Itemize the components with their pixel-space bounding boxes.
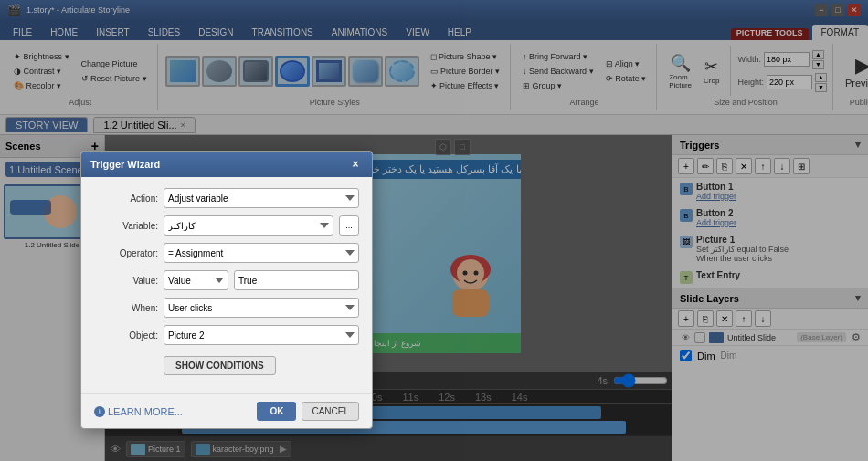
- object-select[interactable]: Picture 2: [164, 325, 359, 345]
- action-label: Action:: [94, 194, 158, 204]
- modal-title: Trigger Wizard: [90, 159, 160, 170]
- operator-label: Operator:: [94, 248, 158, 258]
- value-type-select[interactable]: Value: [164, 270, 228, 290]
- variable-select[interactable]: کاراکتر: [164, 215, 333, 236]
- action-row: Action: Adjust variable: [94, 188, 359, 208]
- modal-body: Action: Adjust variable Variable: کاراکت…: [81, 177, 372, 393]
- object-row: Object: Picture 2: [94, 325, 359, 345]
- modal-overlay[interactable]: Trigger Wizard × Action: Adjust variable…: [0, 0, 868, 461]
- footer-buttons: OK CANCEL: [257, 402, 359, 421]
- learn-more-link[interactable]: i LEARN MORE...: [94, 406, 183, 417]
- ok-button[interactable]: OK: [257, 402, 296, 421]
- modal-footer: i LEARN MORE... OK CANCEL: [81, 393, 372, 428]
- operator-row: Operator: = Assignment: [94, 243, 359, 263]
- info-icon: i: [94, 406, 105, 417]
- value-row: Value: Value: [94, 270, 359, 290]
- value-input[interactable]: [234, 270, 359, 290]
- action-select[interactable]: Adjust variable: [164, 188, 359, 208]
- value-label: Value:: [94, 276, 158, 286]
- variable-more-button[interactable]: ...: [339, 215, 359, 236]
- when-select[interactable]: User clicks: [164, 298, 359, 318]
- show-conditions-button[interactable]: SHOW CONDITIONS: [164, 356, 276, 375]
- cancel-button[interactable]: CANCEL: [302, 402, 359, 421]
- learn-more-text: LEARN MORE...: [108, 406, 183, 417]
- modal-header: Trigger Wizard ×: [81, 152, 372, 177]
- modal-close-button[interactable]: ×: [348, 157, 363, 172]
- operator-select[interactable]: = Assignment: [164, 243, 359, 263]
- object-label: Object:: [94, 330, 158, 341]
- variable-label: Variable:: [94, 221, 158, 231]
- trigger-wizard-modal: Trigger Wizard × Action: Adjust variable…: [80, 151, 373, 429]
- variable-row: Variable: کاراکتر ...: [94, 215, 359, 236]
- when-label: When:: [94, 303, 158, 313]
- when-row: When: User clicks: [94, 298, 359, 318]
